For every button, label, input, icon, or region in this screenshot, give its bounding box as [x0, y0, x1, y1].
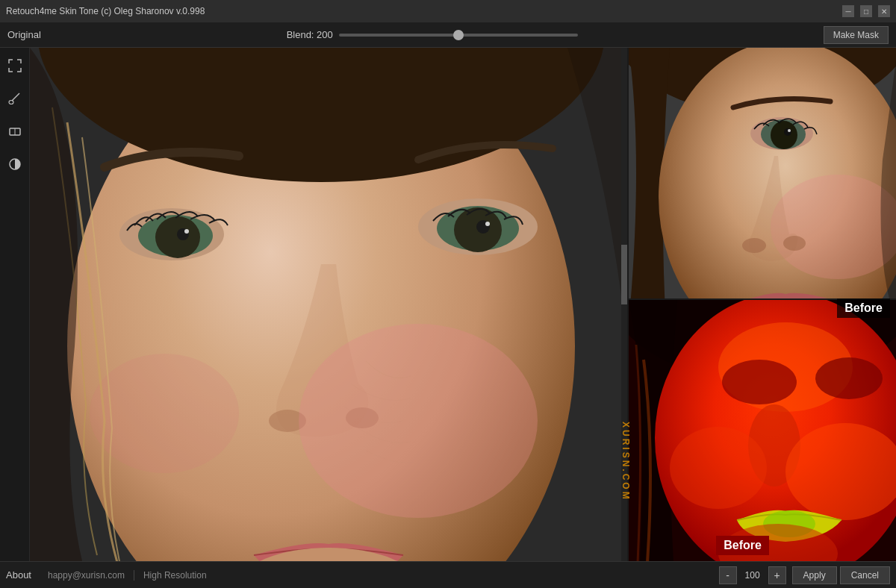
- about-button[interactable]: About: [6, 569, 39, 581]
- zoom-out-button[interactable]: -: [719, 566, 737, 584]
- minimize-button[interactable]: ─: [842, 5, 854, 17]
- svg-rect-6: [30, 48, 642, 561]
- svg-point-32: [771, 121, 797, 149]
- zoom-in-button[interactable]: +: [768, 566, 786, 584]
- main-image: [30, 48, 642, 561]
- title-bar: Retouch4me Skin Tone (c) Oleg Sharonov v…: [0, 0, 896, 22]
- before-label: Before: [837, 298, 890, 318]
- zoom-controls: - 100 +: [719, 566, 786, 584]
- original-label: Original: [7, 29, 41, 40]
- mask-before-label: Before: [716, 536, 769, 555]
- svg-point-10: [119, 208, 224, 260]
- svg-point-20: [269, 410, 306, 432]
- blend-container: Blend: 200: [41, 29, 824, 40]
- svg-point-16: [437, 206, 519, 251]
- zoom-value: 100: [741, 570, 764, 581]
- svg-point-35: [742, 238, 766, 253]
- canvas-area[interactable]: Before: [30, 48, 896, 561]
- svg-rect-5: [30, 48, 642, 561]
- svg-point-11: [138, 215, 213, 257]
- svg-point-14: [184, 229, 189, 234]
- svg-point-1: [9, 101, 13, 104]
- svg-point-23: [90, 354, 239, 473]
- resolution-label: High Resolution: [134, 570, 719, 581]
- left-sidebar: [0, 48, 30, 561]
- svg-point-22: [299, 324, 538, 518]
- top-toolbar: Original Blend: 200 Make Mask: [0, 22, 896, 48]
- before-preview-panel: Before: [627, 48, 896, 324]
- brush-tool-button[interactable]: [4, 88, 25, 109]
- close-button[interactable]: ✕: [878, 5, 890, 17]
- scroll-indicator[interactable]: [621, 48, 627, 561]
- make-mask-button[interactable]: Make Mask: [824, 26, 889, 44]
- cancel-button[interactable]: Cancel: [840, 566, 890, 584]
- scroll-thumb[interactable]: [621, 245, 627, 304]
- svg-point-34: [788, 129, 791, 132]
- svg-point-36: [783, 236, 806, 251]
- window-controls: ─ □ ✕: [842, 5, 890, 17]
- svg-point-7: [119, 495, 538, 561]
- svg-point-12: [155, 216, 200, 258]
- svg-point-8: [67, 48, 575, 561]
- svg-point-21: [346, 407, 379, 428]
- svg-point-19: [485, 222, 490, 226]
- email-label: happy@xurisn.com: [45, 570, 134, 581]
- svg-point-24: [239, 548, 418, 561]
- contrast-tool-button[interactable]: [4, 154, 25, 175]
- svg-point-42: [815, 357, 883, 399]
- svg-point-18: [476, 220, 490, 234]
- app-title: Retouch4me Skin Tone (c) Oleg Sharonov v…: [6, 6, 205, 16]
- maximize-button[interactable]: □: [860, 5, 872, 17]
- mask-preview-panel: Before: [627, 298, 896, 561]
- svg-point-41: [722, 360, 797, 404]
- blend-slider[interactable]: [339, 34, 578, 37]
- svg-point-45: [670, 427, 767, 509]
- svg-line-0: [12, 93, 19, 101]
- svg-point-15: [418, 198, 538, 255]
- svg-point-13: [177, 228, 189, 240]
- svg-point-17: [454, 207, 502, 252]
- expand-tool-button[interactable]: [4, 55, 25, 76]
- blend-label: Blend: 200: [287, 29, 333, 40]
- svg-point-9: [37, 48, 605, 182]
- eraser-tool-button[interactable]: [4, 121, 25, 142]
- svg-point-33: [784, 128, 791, 136]
- status-bar: About happy@xurisn.com High Resolution -…: [0, 561, 896, 588]
- apply-button[interactable]: Apply: [792, 566, 837, 584]
